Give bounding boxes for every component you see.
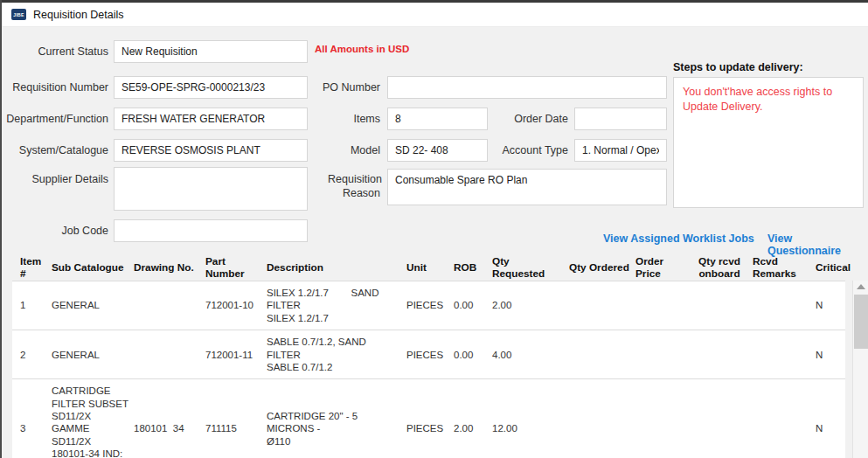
cell-order-price — [633, 424, 689, 434]
cell-critical: N — [813, 294, 845, 316]
col-qty-rcvd-onboard: Qty rcvd onboard — [689, 254, 750, 281]
cell-part-number: 712001-11 — [203, 344, 264, 366]
current-status-field[interactable] — [114, 40, 308, 63]
all-amounts-note: All Amounts in USD — [315, 44, 409, 54]
delivery-panel-message: You don't'have access rights to Update D… — [673, 77, 864, 208]
cell-qty-requested: 2.00 — [490, 294, 566, 316]
requisition-number-label: Requisition Number — [9, 81, 108, 94]
window-title: Requisition Details — [33, 9, 124, 21]
cell-rob: 0.00 — [451, 344, 490, 366]
cell-item: 1 — [17, 294, 49, 316]
account-type-label: Account Type — [490, 144, 568, 156]
cell-qty-requested: 12.00 — [490, 417, 566, 440]
model-label: Model — [310, 144, 380, 156]
col-drawing-no: Drawing No. — [131, 260, 203, 276]
items-label: Items — [310, 113, 380, 125]
cell-unit: PIECES — [404, 294, 451, 316]
cell-description: SILEX 1.2/1.7 SAND FILTER SILEX 1.2/1.7 — [264, 281, 404, 330]
table-header: Item # Sub Catalogue Drawing No. Part Nu… — [12, 254, 843, 281]
cell-critical: N — [813, 344, 845, 366]
requisition-reason-label: Requisition Reason — [328, 172, 380, 201]
supplier-details-field[interactable] — [114, 167, 308, 211]
requisition-reason-field[interactable]: Consumable Spare RO Plan — [387, 169, 667, 205]
cell-qty-rcvd-onboard — [689, 350, 750, 360]
cell-part-number: 712001-10 — [203, 294, 264, 316]
po-number-label: PO Number — [310, 81, 380, 94]
col-part-number: Part Number — [203, 254, 264, 281]
cell-item: 2 — [17, 344, 49, 366]
department-function-label: Department/Function — [3, 113, 108, 125]
department-function-field[interactable] — [114, 108, 308, 130]
cell-sub-catalogue: GENERAL — [49, 344, 131, 366]
view-assigned-worklist-jobs-link[interactable]: View Assigned Worklist Jobs — [603, 232, 754, 245]
order-date-field[interactable] — [574, 108, 667, 130]
requisition-number-field[interactable] — [114, 76, 308, 99]
cell-qty-ordered — [566, 424, 633, 434]
window-top-edge — [0, 0, 868, 3]
vertical-scrollbar[interactable] — [852, 281, 868, 458]
current-status-label: Current Status — [9, 45, 108, 58]
items-field[interactable] — [387, 108, 488, 130]
table-row[interactable]: 1 GENERAL 712001-10 SILEX 1.2/1.7 SAND F… — [12, 281, 845, 330]
cell-drawing-no — [131, 301, 203, 311]
cell-part-number: 711115 — [203, 417, 264, 440]
cell-unit: PIECES — [404, 417, 451, 440]
cell-qty-requested: 4.00 — [490, 344, 566, 366]
order-date-label: Order Date — [498, 113, 568, 125]
po-number-field[interactable] — [387, 76, 667, 99]
cell-order-price — [633, 350, 689, 360]
cell-unit: PIECES — [404, 344, 451, 366]
cell-description: SABLE 0.7/1.2, SAND FILTER SABLE 0.7/1.2 — [264, 330, 404, 378]
cell-rcvd-remarks — [750, 301, 813, 311]
system-catalogue-field[interactable] — [114, 139, 308, 162]
table-body: 1 GENERAL 712001-10 SILEX 1.2/1.7 SAND F… — [12, 281, 845, 458]
col-unit: Unit — [404, 260, 451, 276]
cell-drawing-no: 180101 34 — [131, 417, 203, 440]
cell-rob: 0.00 — [451, 294, 490, 316]
col-order-price: Order Price — [633, 254, 689, 281]
view-questionnaire-link[interactable]: View Questionnaire — [767, 232, 868, 257]
account-type-field[interactable] — [574, 139, 667, 162]
cell-qty-rcvd-onboard — [689, 301, 750, 311]
app-logo-icon: JIBE — [11, 9, 26, 20]
cell-qty-ordered — [566, 350, 633, 360]
job-code-field[interactable] — [114, 219, 308, 242]
cell-rcvd-remarks — [750, 424, 813, 434]
col-rcvd-remarks: Rcvd Remarks — [750, 254, 813, 281]
cell-rcvd-remarks — [750, 350, 813, 360]
col-qty-requested: Qty Requested — [490, 254, 566, 281]
col-description: Description — [264, 260, 404, 276]
table-row[interactable]: 2 GENERAL 712001-11 SABLE 0.7/1.2, SAND … — [12, 330, 845, 378]
col-critical: Critical — [813, 260, 848, 276]
supplier-details-label: Supplier Details — [9, 173, 108, 185]
title-bar: JIBE Requisition Details — [0, 3, 868, 27]
cell-qty-rcvd-onboard — [689, 424, 750, 434]
cell-drawing-no — [131, 350, 203, 360]
table-row[interactable]: 3 CARTRIDGE FILTER SUBSET SD11/2X GAMME … — [12, 378, 845, 458]
cell-critical: N — [813, 417, 845, 440]
col-rob: ROB — [451, 260, 490, 276]
cell-sub-catalogue: CARTRIDGE FILTER SUBSET SD11/2X GAMME SD… — [49, 379, 131, 458]
cell-item: 3 — [17, 417, 49, 440]
col-sub-catalogue: Sub Catalogue — [49, 260, 131, 276]
cell-rob: 2.00 — [451, 417, 490, 440]
cell-order-price — [633, 301, 689, 311]
cell-sub-catalogue: GENERAL — [49, 294, 131, 316]
col-item: Item # — [17, 254, 49, 281]
model-field[interactable] — [387, 139, 488, 162]
delivery-panel-title: Steps to update delivery: — [673, 61, 803, 73]
system-catalogue-label: System/Catalogue — [9, 144, 108, 156]
cell-description: CARTRIDGE 20" - 5 MICRONS - Ø110 — [264, 405, 404, 453]
scrollbar-thumb[interactable] — [854, 295, 868, 349]
cell-qty-ordered — [566, 301, 633, 311]
col-qty-ordered: Qty Ordered — [566, 260, 633, 276]
chevron-up-icon[interactable] — [857, 284, 865, 289]
job-code-label: Job Code — [9, 225, 108, 237]
window-left-edge — [0, 0, 2, 458]
